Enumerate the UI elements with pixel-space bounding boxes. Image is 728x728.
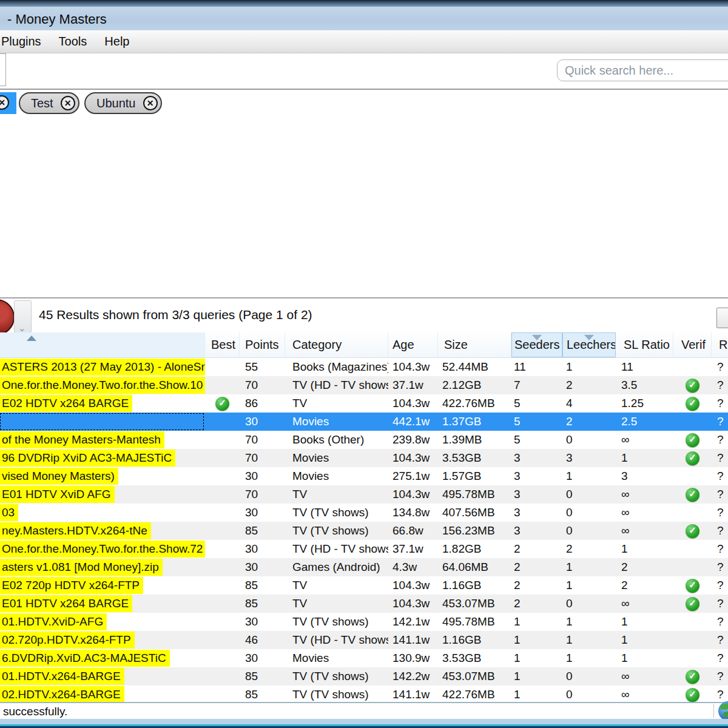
cell-sl-ratio: ∞ — [616, 686, 673, 702]
cell-sl-ratio: ∞ — [616, 431, 673, 449]
cell-points: 55 — [240, 358, 285, 376]
cell-rating: ? — [712, 413, 728, 431]
table-row[interactable]: 03 30 TV (TV shows) 134.8w 407.56MB 3 0 … — [0, 504, 728, 522]
cell-best — [205, 686, 240, 702]
cell-name: E02 720p HDTV x264-FTP — [0, 576, 205, 595]
cell-seeders: 2 — [511, 595, 562, 613]
cell-rating: ? — [712, 394, 728, 413]
cell-points: 30 — [240, 558, 285, 576]
cell-verif — [673, 631, 712, 649]
verified-check-icon — [686, 433, 699, 447]
table-row[interactable]: E01 HDTV x264 BARGE 85 TV 104.3w 453.07M… — [0, 595, 728, 613]
table-row[interactable]: ney.Masters.HDTV.x264-tNe 85 TV (TV show… — [0, 522, 728, 540]
table-row[interactable]: 02.720p.HDTV.x264-FTP 46 TV (HD - TV sho… — [0, 631, 728, 649]
column-header-leechers[interactable]: Leechers — [562, 332, 616, 357]
cell-verif — [673, 413, 712, 431]
column-header-seeders[interactable]: Seeders — [511, 332, 562, 357]
cell-verif — [673, 467, 712, 485]
cell-best — [205, 667, 240, 686]
collapse-button[interactable] — [716, 308, 728, 328]
cell-best — [205, 413, 240, 431]
close-icon[interactable]: ✕ — [0, 95, 9, 110]
cell-points: 86 — [240, 394, 285, 413]
cell-leechers: 1 — [562, 558, 616, 576]
cell-rating: ? — [712, 522, 728, 540]
tab-bar: ✕ Test ✕ Ubuntu ✕ — [0, 90, 728, 116]
column-header-category[interactable]: Category — [285, 332, 388, 357]
cell-verif — [673, 686, 712, 702]
table-row[interactable]: E01 HDTV XviD AFG 70 TV 104.3w 495.78MB … — [0, 485, 728, 504]
cell-sl-ratio: 1 — [616, 449, 673, 467]
column-header-age[interactable]: Age — [388, 332, 438, 357]
cell-points: 70 — [240, 376, 285, 394]
table-row[interactable]: 96 DVDRip XviD AC3-MAJESTiC 70 Movies 10… — [0, 449, 728, 467]
table-row[interactable]: vised Money Masters) 30 Movies 275.1w 1.… — [0, 467, 728, 485]
table-row[interactable]: 6.DVDRip.XviD.AC3-MAJESTiC 30 Movies 130… — [0, 649, 728, 667]
cell-leechers: 1 — [562, 358, 616, 376]
close-icon[interactable]: ✕ — [61, 96, 75, 110]
cell-age: 134.8w — [388, 504, 438, 522]
close-icon[interactable]: ✕ — [143, 96, 158, 110]
table-row[interactable]: 01.HDTV.XviD-AFG 30 TV (TV shows) 142.1w… — [0, 613, 728, 631]
tab-selected-partial[interactable]: ✕ — [0, 92, 16, 114]
cell-category: Movies — [285, 413, 388, 431]
menu-item-help[interactable]: Help — [104, 32, 138, 51]
table-row[interactable]: One.for.the.Money.Two.for.the.Show.10 70… — [0, 376, 728, 394]
cell-rating: ? — [712, 449, 728, 467]
cell-seeders: 1 — [511, 667, 562, 686]
column-header-size[interactable]: Size — [438, 332, 511, 357]
cell-category: Movies — [285, 467, 388, 485]
red-status-icon[interactable] — [0, 299, 15, 335]
table-row[interactable]: E02 HDTV x264 BARGE 86 TV 104.3w 422.76M… — [0, 394, 728, 413]
cell-size: 2.12GB — [438, 376, 511, 394]
cell-best — [205, 595, 240, 613]
status-message: successfully. — [3, 705, 67, 718]
cell-rating: ? — [712, 595, 728, 613]
column-header-points[interactable]: Points — [240, 332, 285, 357]
window-frame-bottom — [0, 719, 728, 724]
cell-points: 30 — [240, 504, 285, 522]
window-frame-top — [0, 0, 728, 7]
empty-workspace — [0, 116, 728, 297]
cell-category: TV (HD - TV shows) — [285, 540, 388, 558]
cell-leechers: 2 — [562, 413, 616, 431]
table-row[interactable]: ASTERS 2013 (27 May 2013) - AloneSni 55 … — [0, 358, 728, 376]
cell-best — [205, 504, 240, 522]
splitter-handle[interactable] — [14, 300, 32, 333]
cell-age: 104.3w — [388, 449, 438, 467]
cell-category: TV — [285, 394, 388, 413]
column-header-rating[interactable]: Ra — [712, 332, 728, 357]
table-row[interactable]: 02.HDTV.x264-BARGE 85 TV (TV shows) 141.… — [0, 686, 728, 702]
cell-age: 142.2w — [388, 667, 438, 686]
cell-name: asters v1.081 [Mod Money].zip — [0, 558, 205, 576]
table-row[interactable]: of the Money Masters-Mantesh 70 Books (O… — [0, 431, 728, 449]
table-row[interactable]: E02 720p HDTV x264-FTP 85 TV 104.3w 1.16… — [0, 576, 728, 595]
tab-ubuntu[interactable]: Ubuntu ✕ — [84, 92, 162, 114]
cell-size: 422.76MB — [438, 686, 511, 702]
cell-rating: ? — [712, 358, 728, 376]
cell-points: 30 — [240, 467, 285, 485]
cell-name: 02.HDTV.x264-BARGE — [0, 686, 205, 702]
status-bar-separator — [713, 704, 714, 718]
cell-size: 1.16GB — [438, 576, 511, 595]
window-title: - Money Masters — [7, 12, 107, 27]
cell-rating: ? — [712, 485, 728, 504]
table-row[interactable]: 01.HDTV.x264-BARGE 85 TV (TV shows) 142.… — [0, 667, 728, 686]
cell-best — [205, 467, 240, 485]
cell-age: 275.1w — [388, 467, 438, 485]
cell-size: 156.23MB — [438, 522, 511, 540]
table-header: Best Points Category Age Size Seeders Le… — [0, 332, 728, 358]
tab-test[interactable]: Test ✕ — [19, 92, 79, 114]
table-row[interactable]: asters v1.081 [Mod Money].zip 30 Games (… — [0, 558, 728, 576]
table-row[interactable]: One.for.the.Money.Two.for.the.Show.72 30… — [0, 540, 728, 558]
column-header-verif[interactable]: Verif — [673, 332, 712, 357]
quick-search-input[interactable] — [557, 59, 728, 81]
menu-item-tools[interactable]: Tools — [59, 32, 96, 51]
column-header-best[interactable]: Best — [205, 332, 240, 357]
column-header-name[interactable] — [0, 332, 205, 357]
menu-item-plugins[interactable]: Plugins — [1, 32, 50, 51]
table-row[interactable]: 30 Movies 442.1w 1.37GB 5 2 2.5 ? — [0, 413, 728, 431]
cell-category: TV (TV shows) — [285, 522, 388, 540]
column-header-sl-ratio[interactable]: SL Ratio — [616, 332, 673, 357]
cell-seeders: 3 — [511, 522, 562, 540]
